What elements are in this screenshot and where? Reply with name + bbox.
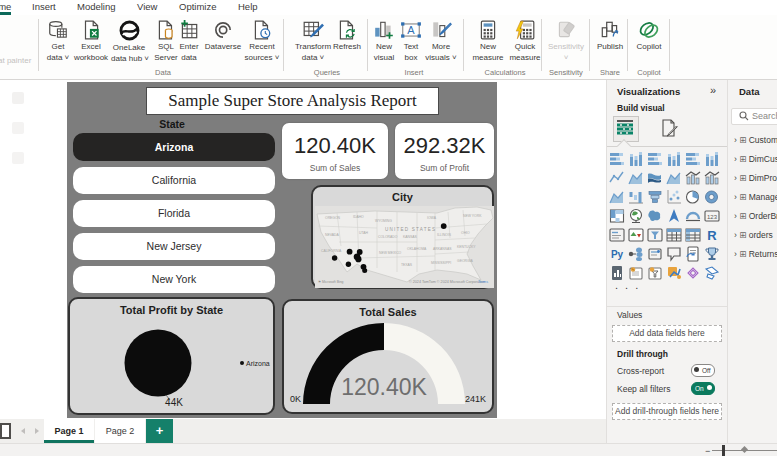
svg-text:GEORGIA: GEORGIA: [457, 259, 474, 263]
svg-text:OHIO: OHIO: [461, 231, 470, 235]
svg-text:241K: 241K: [465, 394, 486, 404]
svg-text:0K: 0K: [290, 394, 301, 404]
svg-text:A: A: [407, 24, 415, 36]
svg-text:ARKANSAS: ARKANSAS: [433, 247, 452, 251]
svg-text:IDAHO: IDAHO: [353, 215, 364, 219]
svg-text:IOWA: IOWA: [427, 216, 437, 220]
svg-text:WYOMING: WYOMING: [375, 219, 392, 223]
svg-text:KENTUCKY: KENTUCKY: [457, 245, 476, 249]
svg-text:44K: 44K: [165, 397, 183, 408]
svg-text:© 2024 TomTom © 2024 Microsoft: © 2024 TomTom © 2024 Microsoft Corporati…: [409, 280, 485, 284]
svg-text:NEVADA: NEVADA: [325, 233, 339, 237]
svg-text:COLORADO: COLORADO: [378, 235, 398, 239]
svg-text:Terms: Terms: [478, 280, 488, 284]
svg-text:KANSAS: KANSAS: [403, 235, 417, 239]
svg-text:CALIFORNIA: CALIFORNIA: [321, 249, 342, 253]
svg-text:OKLAHOMA: OKLAHOMA: [407, 247, 427, 251]
svg-text:MISSISSIPPI: MISSISSIPPI: [431, 261, 451, 265]
svg-text:120.40K: 120.40K: [341, 374, 427, 400]
svg-text:UNITED STATES: UNITED STATES: [385, 227, 436, 232]
svg-text:OREGON: OREGON: [325, 216, 341, 220]
svg-text:UTAH: UTAH: [359, 231, 369, 235]
svg-text:ILLINOIS: ILLINOIS: [437, 233, 452, 237]
svg-text:NEW MEXICO: NEW MEXICO: [379, 251, 402, 255]
svg-text:⚑ Microsoft Bing: ⚑ Microsoft Bing: [318, 280, 344, 284]
svg-text:NEW YORK: NEW YORK: [463, 214, 482, 218]
svg-text:Arizona: Arizona: [246, 360, 270, 367]
svg-text:TEXAS: TEXAS: [401, 263, 413, 267]
